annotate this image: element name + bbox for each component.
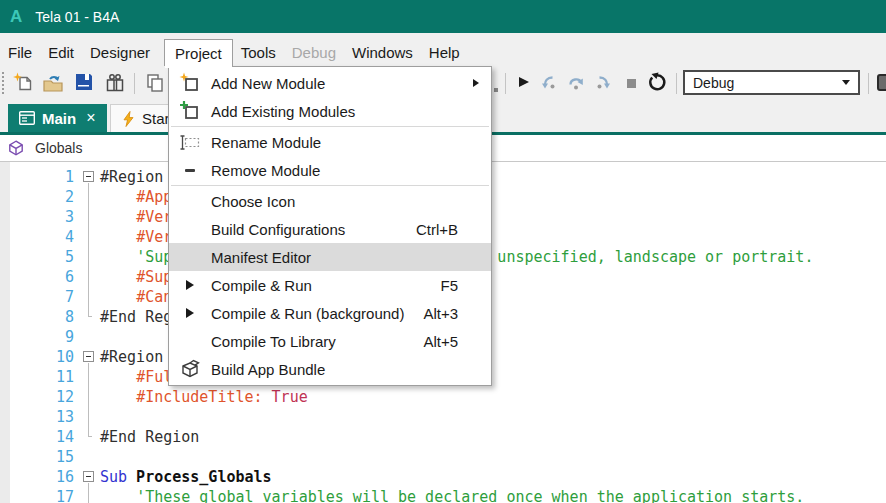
code-line-16[interactable]: 16Sub Process_Globals — [0, 467, 886, 487]
stop-icon[interactable] — [627, 79, 636, 88]
remove-module-icon — [169, 169, 211, 172]
fold-guide-line — [88, 227, 89, 247]
menu-item-rename-module[interactable]: Rename Module — [169, 128, 491, 156]
fold-margin[interactable] — [74, 167, 100, 187]
menu-item-label: Manifest Editor — [211, 249, 491, 266]
code-line-15[interactable]: 15 — [0, 447, 886, 467]
menu-item-add-existing-modules[interactable]: Add Existing Modules — [169, 97, 491, 125]
fold-margin — [74, 207, 100, 227]
collapse-region-icon[interactable] — [83, 471, 94, 482]
line-number: 12 — [0, 388, 74, 406]
menu-item-manifest-editor[interactable]: Manifest Editor — [169, 243, 491, 271]
run-icon[interactable] — [519, 77, 529, 87]
tab-label: Main — [42, 110, 76, 127]
scope-label[interactable]: Globals — [35, 140, 82, 156]
menu-item-label: Build App Bundle — [211, 361, 491, 378]
menu-file[interactable]: File — [0, 39, 40, 66]
restart-icon[interactable] — [646, 72, 668, 98]
code-line-13[interactable]: 13 — [0, 407, 886, 427]
menu-item-add-new-module[interactable]: Add New Module — [169, 69, 491, 97]
line-number: 13 — [0, 408, 74, 426]
fold-guide-line — [88, 267, 89, 287]
menu-bar: FileEditDesignerProjectToolsDebugWindows… — [0, 33, 886, 66]
save-icon[interactable] — [74, 72, 94, 96]
toolbar-separator — [676, 73, 677, 94]
line-number: 7 — [0, 288, 74, 306]
build-configuration-select[interactable]: Debug — [683, 70, 860, 95]
step-out-icon[interactable] — [594, 73, 614, 97]
fold-margin — [74, 487, 100, 503]
menu-project[interactable]: Project — [164, 39, 233, 66]
menu-item-label: Add Existing Modules — [211, 103, 491, 120]
menu-item-build-app-bundle[interactable]: Build App Bundle — [169, 355, 491, 383]
code-text: Sub Process_Globals — [100, 468, 272, 486]
line-number: 10 — [0, 348, 74, 366]
menu-edit[interactable]: Edit — [40, 39, 82, 66]
menu-tools[interactable]: Tools — [233, 39, 284, 66]
fold-margin — [74, 387, 100, 407]
title-bar: A Tela 01 - B4A — [0, 0, 886, 33]
fold-guide-line — [88, 247, 89, 267]
cube-icon — [8, 140, 24, 156]
menu-item-shortcut: Alt+3 — [423, 305, 491, 322]
fold-guide-line — [88, 387, 89, 407]
fold-guide-line — [88, 367, 89, 387]
fold-margin[interactable] — [74, 347, 100, 367]
toolbar-separator — [134, 73, 135, 94]
collapse-region-icon[interactable] — [83, 171, 94, 182]
menu-item-label: Compile To Library — [211, 333, 423, 350]
toolbar-grip — [2, 72, 4, 94]
line-number: 5 — [0, 248, 74, 266]
menu-item-build-configurations[interactable]: Build ConfigurationsCtrl+B — [169, 215, 491, 243]
libraries-icon[interactable] — [104, 72, 126, 98]
menu-separator — [171, 126, 489, 127]
menu-item-label: Compile & Run (background) — [211, 305, 423, 322]
line-number: 2 — [0, 188, 74, 206]
line-number: 6 — [0, 268, 74, 286]
menu-item-label: Build Configurations — [211, 221, 416, 238]
line-number: 3 — [0, 208, 74, 226]
combo-dropdown-arrow-icon[interactable] — [842, 80, 850, 85]
menu-help[interactable]: Help — [421, 39, 468, 66]
menu-label: Edit — [48, 44, 74, 61]
menu-item-shortcut: F5 — [440, 277, 491, 294]
menu-item-compile-run[interactable]: Compile & RunF5 — [169, 271, 491, 299]
open-project-icon[interactable] — [42, 72, 65, 98]
code-text: #End Region — [100, 428, 199, 446]
code-text: 'These global variables will be declared… — [100, 488, 804, 503]
menu-item-compile-run-background-[interactable]: Compile & Run (background)Alt+3 — [169, 299, 491, 327]
menu-item-choose-icon[interactable]: Choose Icon — [169, 187, 491, 215]
code-text: #IncludeTitle: True — [100, 388, 308, 406]
menu-label: Designer — [90, 44, 150, 61]
play-icon — [169, 280, 211, 290]
tab-close-icon[interactable]: × — [86, 109, 95, 127]
menu-designer[interactable]: Designer — [82, 39, 158, 66]
menu-item-compile-to-library[interactable]: Compile To LibraryAlt+5 — [169, 327, 491, 355]
code-line-14[interactable]: 14#End Region — [0, 427, 886, 447]
menu-windows[interactable]: Windows — [344, 39, 421, 66]
fold-margin — [74, 307, 100, 327]
menu-label: Project — [175, 45, 222, 62]
code-line-17[interactable]: 17 'These global variables will be decla… — [0, 487, 886, 503]
menu-item-label: Remove Module — [211, 162, 491, 179]
step-into-icon[interactable] — [538, 73, 558, 97]
app-bundle-icon — [169, 358, 211, 380]
menu-debug[interactable]: Debug — [284, 39, 344, 66]
fold-guide-line — [88, 207, 89, 227]
collapse-region-icon[interactable] — [83, 351, 94, 362]
menu-separator — [171, 185, 489, 186]
code-line-12[interactable]: 12 #IncludeTitle: True — [0, 387, 886, 407]
menu-label: Debug — [292, 44, 336, 61]
tab-main[interactable]: Main× — [8, 104, 107, 132]
fold-margin — [74, 427, 100, 447]
line-number: 15 — [0, 448, 74, 466]
menu-item-remove-module[interactable]: Remove Module — [169, 156, 491, 184]
fold-margin[interactable] — [74, 467, 100, 487]
copy-icon[interactable] — [144, 72, 166, 98]
step-over-icon[interactable] — [566, 73, 586, 97]
line-number: 1 — [0, 168, 74, 186]
fold-margin — [74, 367, 100, 387]
menu-item-label: Add New Module — [211, 75, 491, 92]
fold-guide-line — [88, 487, 89, 503]
new-project-icon[interactable] — [12, 72, 34, 98]
